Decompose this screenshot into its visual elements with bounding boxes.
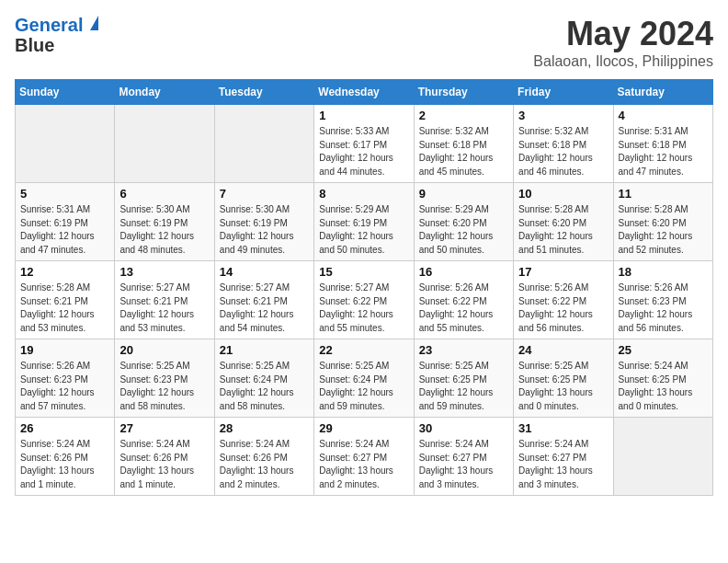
day-number: 13 <box>119 265 209 279</box>
day-info: Sunrise: 5:26 AM Sunset: 6:23 PM Dayligh… <box>619 282 708 335</box>
day-number: 15 <box>319 265 408 279</box>
day-number: 27 <box>119 421 209 435</box>
day-number: 28 <box>220 421 309 435</box>
day-info: Sunrise: 5:29 AM Sunset: 6:20 PM Dayligh… <box>419 203 508 257</box>
day-info: Sunrise: 5:30 AM Sunset: 6:19 PM Dayligh… <box>119 203 209 257</box>
day-number: 25 <box>619 343 708 357</box>
col-header-sunday: Sunday <box>16 80 115 105</box>
col-header-wednesday: Wednesday <box>314 80 414 105</box>
calendar-cell <box>16 105 115 183</box>
col-header-friday: Friday <box>514 80 613 105</box>
calendar-cell <box>115 105 214 183</box>
day-info: Sunrise: 5:33 AM Sunset: 6:17 PM Dayligh… <box>319 125 408 178</box>
calendar-cell: 9Sunrise: 5:29 AM Sunset: 6:20 PM Daylig… <box>414 183 513 261</box>
logo-blue: Blue <box>15 35 98 55</box>
day-number: 12 <box>20 265 109 279</box>
day-info: Sunrise: 5:24 AM Sunset: 6:26 PM Dayligh… <box>20 438 109 491</box>
day-info: Sunrise: 5:24 AM Sunset: 6:27 PM Dayligh… <box>319 438 408 491</box>
calendar-cell: 24Sunrise: 5:25 AM Sunset: 6:25 PM Dayli… <box>514 339 613 418</box>
day-number: 9 <box>419 187 508 201</box>
day-info: Sunrise: 5:24 AM Sunset: 6:26 PM Dayligh… <box>220 438 309 491</box>
calendar-cell: 23Sunrise: 5:25 AM Sunset: 6:25 PM Dayli… <box>414 339 513 418</box>
day-info: Sunrise: 5:25 AM Sunset: 6:23 PM Dayligh… <box>119 360 209 413</box>
day-info: Sunrise: 5:27 AM Sunset: 6:21 PM Dayligh… <box>119 282 209 335</box>
calendar-cell: 27Sunrise: 5:24 AM Sunset: 6:26 PM Dayli… <box>115 418 214 496</box>
day-number: 21 <box>220 343 309 357</box>
day-number: 18 <box>619 265 708 279</box>
calendar-cell: 31Sunrise: 5:24 AM Sunset: 6:27 PM Dayli… <box>514 418 613 496</box>
day-info: Sunrise: 5:24 AM Sunset: 6:25 PM Dayligh… <box>619 360 708 413</box>
day-info: Sunrise: 5:28 AM Sunset: 6:21 PM Dayligh… <box>20 282 109 335</box>
calendar-cell: 5Sunrise: 5:31 AM Sunset: 6:19 PM Daylig… <box>16 183 115 261</box>
calendar-cell: 28Sunrise: 5:24 AM Sunset: 6:26 PM Dayli… <box>214 418 313 496</box>
calendar-cell: 2Sunrise: 5:32 AM Sunset: 6:18 PM Daylig… <box>414 105 513 183</box>
day-number: 2 <box>419 109 508 122</box>
day-info: Sunrise: 5:31 AM Sunset: 6:18 PM Dayligh… <box>619 125 708 178</box>
day-number: 22 <box>319 343 408 357</box>
calendar-cell: 16Sunrise: 5:26 AM Sunset: 6:22 PM Dayli… <box>414 261 513 339</box>
day-number: 5 <box>20 187 109 201</box>
day-info: Sunrise: 5:26 AM Sunset: 6:22 PM Dayligh… <box>419 282 508 335</box>
calendar-cell: 7Sunrise: 5:30 AM Sunset: 6:19 PM Daylig… <box>214 183 313 261</box>
calendar-cell <box>214 105 313 183</box>
logo-arrow-icon <box>90 16 98 30</box>
month-title: May 2024 <box>533 15 713 53</box>
calendar-cell: 19Sunrise: 5:26 AM Sunset: 6:23 PM Dayli… <box>16 339 115 418</box>
calendar-cell: 30Sunrise: 5:24 AM Sunset: 6:27 PM Dayli… <box>414 418 513 496</box>
calendar-cell <box>613 418 712 496</box>
day-number: 20 <box>119 343 209 357</box>
logo: General Blue <box>15 15 98 55</box>
col-header-monday: Monday <box>115 80 214 105</box>
day-info: Sunrise: 5:25 AM Sunset: 6:25 PM Dayligh… <box>419 360 508 413</box>
location: Balaoan, Ilocos, Philippines <box>533 53 713 70</box>
day-number: 31 <box>518 421 608 435</box>
calendar-cell: 11Sunrise: 5:28 AM Sunset: 6:20 PM Dayli… <box>613 183 712 261</box>
day-info: Sunrise: 5:28 AM Sunset: 6:20 PM Dayligh… <box>619 203 708 257</box>
day-info: Sunrise: 5:30 AM Sunset: 6:19 PM Dayligh… <box>220 203 309 257</box>
calendar-cell: 1Sunrise: 5:33 AM Sunset: 6:17 PM Daylig… <box>314 105 414 183</box>
col-header-tuesday: Tuesday <box>214 80 313 105</box>
day-info: Sunrise: 5:32 AM Sunset: 6:18 PM Dayligh… <box>419 125 508 178</box>
logo-general: General <box>15 15 83 35</box>
title-section: May 2024 Balaoan, Ilocos, Philippines <box>533 15 713 70</box>
calendar-cell: 26Sunrise: 5:24 AM Sunset: 6:26 PM Dayli… <box>16 418 115 496</box>
day-info: Sunrise: 5:24 AM Sunset: 6:27 PM Dayligh… <box>419 438 508 491</box>
day-info: Sunrise: 5:32 AM Sunset: 6:18 PM Dayligh… <box>518 125 608 178</box>
day-info: Sunrise: 5:31 AM Sunset: 6:19 PM Dayligh… <box>20 203 109 257</box>
calendar-cell: 29Sunrise: 5:24 AM Sunset: 6:27 PM Dayli… <box>314 418 414 496</box>
calendar-cell: 8Sunrise: 5:29 AM Sunset: 6:19 PM Daylig… <box>314 183 414 261</box>
day-info: Sunrise: 5:27 AM Sunset: 6:21 PM Dayligh… <box>220 282 309 335</box>
day-number: 26 <box>20 421 109 435</box>
calendar-cell: 13Sunrise: 5:27 AM Sunset: 6:21 PM Dayli… <box>115 261 214 339</box>
day-number: 4 <box>619 109 708 122</box>
calendar-cell: 6Sunrise: 5:30 AM Sunset: 6:19 PM Daylig… <box>115 183 214 261</box>
day-info: Sunrise: 5:29 AM Sunset: 6:19 PM Dayligh… <box>319 203 408 257</box>
day-number: 7 <box>220 187 309 201</box>
day-info: Sunrise: 5:25 AM Sunset: 6:24 PM Dayligh… <box>220 360 309 413</box>
day-number: 6 <box>119 187 209 201</box>
calendar-table: SundayMondayTuesdayWednesdayThursdayFrid… <box>15 79 713 496</box>
day-info: Sunrise: 5:25 AM Sunset: 6:25 PM Dayligh… <box>518 360 608 413</box>
day-number: 1 <box>319 109 408 122</box>
day-number: 14 <box>220 265 309 279</box>
calendar-cell: 14Sunrise: 5:27 AM Sunset: 6:21 PM Dayli… <box>214 261 313 339</box>
day-number: 24 <box>518 343 608 357</box>
day-number: 16 <box>419 265 508 279</box>
day-info: Sunrise: 5:26 AM Sunset: 6:23 PM Dayligh… <box>20 360 109 413</box>
day-number: 8 <box>319 187 408 201</box>
calendar-cell: 12Sunrise: 5:28 AM Sunset: 6:21 PM Dayli… <box>16 261 115 339</box>
calendar-cell: 22Sunrise: 5:25 AM Sunset: 6:24 PM Dayli… <box>314 339 414 418</box>
day-number: 17 <box>518 265 608 279</box>
day-number: 3 <box>518 109 608 122</box>
calendar-cell: 4Sunrise: 5:31 AM Sunset: 6:18 PM Daylig… <box>613 105 712 183</box>
day-info: Sunrise: 5:24 AM Sunset: 6:27 PM Dayligh… <box>518 438 608 491</box>
day-info: Sunrise: 5:25 AM Sunset: 6:24 PM Dayligh… <box>319 360 408 413</box>
day-info: Sunrise: 5:28 AM Sunset: 6:20 PM Dayligh… <box>518 203 608 257</box>
day-info: Sunrise: 5:27 AM Sunset: 6:22 PM Dayligh… <box>319 282 408 335</box>
col-header-saturday: Saturday <box>613 80 712 105</box>
calendar-cell: 17Sunrise: 5:26 AM Sunset: 6:22 PM Dayli… <box>514 261 613 339</box>
calendar-cell: 15Sunrise: 5:27 AM Sunset: 6:22 PM Dayli… <box>314 261 414 339</box>
day-info: Sunrise: 5:26 AM Sunset: 6:22 PM Dayligh… <box>518 282 608 335</box>
day-number: 29 <box>319 421 408 435</box>
day-info: Sunrise: 5:24 AM Sunset: 6:26 PM Dayligh… <box>119 438 209 491</box>
